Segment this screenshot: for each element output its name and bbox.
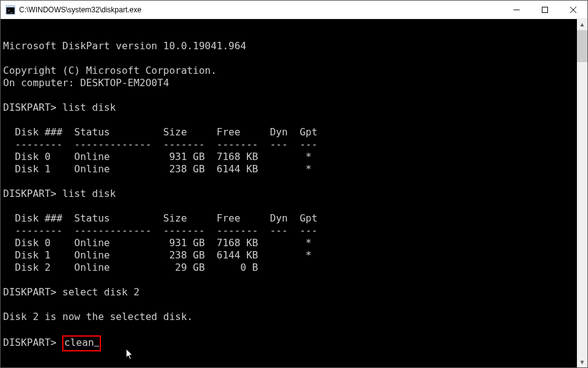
close-button[interactable] <box>559 1 587 19</box>
table-divider: -------- ------------- ------- ------- -… <box>3 225 318 236</box>
scroll-up-arrow[interactable]: ▲ <box>577 19 587 30</box>
command: select disk 2 <box>62 286 139 298</box>
computer-line: On computer: DESKTOP-EM2O0T4 <box>3 77 169 89</box>
client-area: Microsoft DiskPart version 10.0.19041.96… <box>1 19 587 367</box>
table-row: Disk 0 Online 931 GB 7168 KB * <box>3 151 312 162</box>
titlebar[interactable]: >_ C:\WINDOWS\system32\diskpart.exe <box>1 1 587 19</box>
maximize-button[interactable] <box>531 1 559 19</box>
copyright-line: Copyright (C) Microsoft Corporation. <box>3 65 217 76</box>
table-row: Disk 0 Online 931 GB 7168 KB * <box>3 237 312 249</box>
table-header: Disk ### Status Size Free Dyn Gpt <box>3 126 318 138</box>
command: list disk <box>62 188 116 199</box>
window-title: C:\WINDOWS\system32\diskpart.exe <box>19 6 142 14</box>
response-line: Disk 2 is now the selected disk. <box>3 311 193 322</box>
svg-rect-1 <box>6 6 15 7</box>
table-row: Disk 1 Online 238 GB 6144 KB * <box>3 249 312 261</box>
minimize-button[interactable] <box>502 1 531 19</box>
svg-text:>_: >_ <box>7 8 14 14</box>
highlighted-command: clean <box>62 335 100 351</box>
table-row: Disk 1 Online 238 GB 6144 KB * <box>3 163 312 175</box>
terminal-output[interactable]: Microsoft DiskPart version 10.0.19041.96… <box>1 19 577 367</box>
table-divider: -------- ------------- ------- ------- -… <box>3 138 318 150</box>
svg-rect-4 <box>542 7 548 12</box>
scroll-down-arrow[interactable]: ▼ <box>577 357 587 367</box>
text-cursor <box>94 346 99 346</box>
scroll-thumb[interactable] <box>577 30 587 62</box>
prompt: DISKPART> <box>3 102 57 113</box>
prompt: DISKPART> <box>3 188 57 199</box>
app-window: >_ C:\WINDOWS\system32\diskpart.exe Micr… <box>0 0 588 368</box>
prompt: DISKPART> <box>3 337 57 348</box>
version-line: Microsoft DiskPart version 10.0.19041.96… <box>3 40 246 52</box>
app-icon: >_ <box>6 5 15 15</box>
vertical-scrollbar[interactable]: ▲ ▼ <box>577 19 587 367</box>
prompt: DISKPART> <box>3 286 57 298</box>
table-row: Disk 2 Online 29 GB 0 B <box>3 262 258 273</box>
table-header: Disk ### Status Size Free Dyn Gpt <box>3 212 318 224</box>
command: list disk <box>62 102 116 113</box>
command: clean <box>64 337 94 348</box>
